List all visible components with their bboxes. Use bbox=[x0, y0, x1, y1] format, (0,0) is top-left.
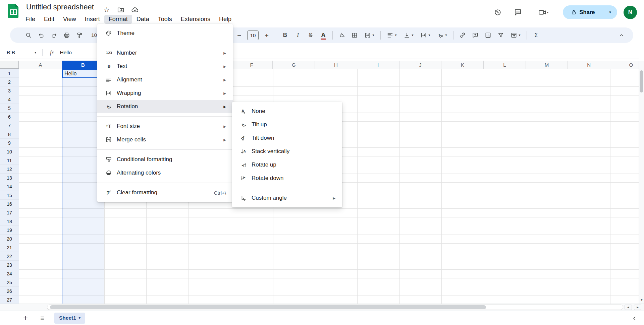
rotation-submenu-item-tilt-down[interactable]: ATilt down bbox=[232, 131, 342, 145]
print-icon[interactable] bbox=[60, 28, 73, 42]
comments-icon[interactable] bbox=[511, 5, 525, 20]
star-icon[interactable]: ☆ bbox=[102, 5, 112, 14]
menubar-item-tools[interactable]: Tools bbox=[154, 15, 176, 24]
search-icon[interactable] bbox=[22, 28, 35, 42]
scroll-right-icon[interactable]: ► bbox=[634, 305, 641, 310]
row-header-22[interactable]: 22 bbox=[0, 252, 19, 261]
document-title[interactable]: Untitled spreadsheet bbox=[26, 3, 94, 11]
menubar-item-help[interactable]: Help bbox=[215, 15, 236, 24]
row-header-11[interactable]: 11 bbox=[0, 156, 19, 165]
text-color-icon[interactable]: A bbox=[317, 28, 330, 42]
row-header-25[interactable]: 25 bbox=[0, 278, 19, 287]
menubar-item-view[interactable]: View bbox=[59, 15, 80, 24]
create-filter-icon[interactable] bbox=[494, 28, 507, 42]
italic-icon[interactable]: I bbox=[291, 28, 304, 42]
functions-icon[interactable]: Σ bbox=[530, 28, 542, 42]
format-menu-item-font-size[interactable]: TTFont size▶ bbox=[97, 120, 233, 133]
format-menu-item-alternating-colors[interactable]: Alternating colors bbox=[97, 166, 233, 180]
scroll-left-icon[interactable]: ◄ bbox=[625, 305, 632, 310]
horizontal-scrollbar[interactable]: ◄ ► bbox=[0, 304, 644, 311]
horizontal-scrollbar-track[interactable] bbox=[47, 305, 623, 310]
column-header-a[interactable]: A bbox=[19, 61, 62, 69]
sheet-tab-sheet1[interactable]: Sheet1 ▾ bbox=[54, 313, 85, 324]
name-box[interactable]: B:B ▾ bbox=[0, 46, 36, 59]
move-folder-icon[interactable] bbox=[116, 5, 126, 14]
format-menu-item-text[interactable]: BText▶ bbox=[97, 60, 233, 73]
column-header-n[interactable]: N bbox=[568, 61, 610, 69]
bold-icon[interactable]: B bbox=[279, 28, 291, 42]
column-header-m[interactable]: M bbox=[526, 61, 568, 69]
font-size-input[interactable]: 10 bbox=[247, 30, 259, 40]
row-header-3[interactable]: 3 bbox=[0, 86, 19, 95]
increase-font-size-icon[interactable]: + bbox=[260, 28, 273, 42]
paint-format-icon[interactable] bbox=[73, 28, 86, 42]
format-menu-item-rotation[interactable]: ARotation▶ bbox=[97, 100, 233, 113]
row-header-6[interactable]: 6 bbox=[0, 113, 19, 121]
collapse-panel-icon[interactable] bbox=[629, 312, 641, 324]
horizontal-align-icon[interactable]: ▾ bbox=[383, 28, 400, 42]
row-header-18[interactable]: 18 bbox=[0, 217, 19, 226]
vertical-align-icon[interactable]: ▾ bbox=[400, 28, 417, 42]
row-header-5[interactable]: 5 bbox=[0, 104, 19, 113]
rotation-submenu-item-custom-angle[interactable]: Custom angle▶ bbox=[232, 191, 342, 205]
table-views-icon[interactable]: ▾ bbox=[507, 28, 524, 42]
merge-cells-icon[interactable]: ▾ bbox=[361, 28, 378, 42]
column-header-j[interactable]: J bbox=[399, 61, 442, 69]
fill-color-icon[interactable] bbox=[335, 28, 348, 42]
row-header-14[interactable]: 14 bbox=[0, 182, 19, 191]
format-menu-item-number[interactable]: 123Number▶ bbox=[97, 46, 233, 60]
format-menu-item-theme[interactable]: Theme bbox=[97, 26, 233, 40]
version-history-icon[interactable] bbox=[490, 5, 505, 20]
cloud-saved-icon[interactable] bbox=[130, 5, 140, 14]
column-header-i[interactable]: I bbox=[357, 61, 399, 69]
row-header-20[interactable]: 20 bbox=[0, 235, 19, 243]
formula-input[interactable]: Hello bbox=[60, 50, 72, 56]
rotation-submenu-item-rotate-up[interactable]: ARotate up bbox=[232, 158, 342, 172]
sheets-logo-icon[interactable] bbox=[7, 4, 19, 18]
row-header-12[interactable]: 12 bbox=[0, 165, 19, 174]
all-sheets-icon[interactable]: ≡ bbox=[36, 312, 48, 324]
row-header-26[interactable]: 26 bbox=[0, 287, 19, 296]
row-header-24[interactable]: 24 bbox=[0, 269, 19, 278]
row-header-2[interactable]: 2 bbox=[0, 78, 19, 86]
row-header-16[interactable]: 16 bbox=[0, 200, 19, 208]
menubar-item-format[interactable]: Format bbox=[104, 15, 132, 24]
insert-chart-icon[interactable] bbox=[482, 28, 494, 42]
share-main[interactable]: Share bbox=[563, 5, 603, 19]
row-header-27[interactable]: 27 bbox=[0, 296, 19, 304]
insert-link-icon[interactable] bbox=[456, 28, 469, 42]
horizontal-scrollbar-thumb[interactable] bbox=[50, 305, 486, 309]
row-header-9[interactable]: 9 bbox=[0, 139, 19, 147]
text-rotation-icon[interactable]: A▾ bbox=[434, 28, 450, 42]
menubar-item-data[interactable]: Data bbox=[132, 15, 154, 24]
insert-comment-icon[interactable] bbox=[469, 28, 482, 42]
row-header-8[interactable]: 8 bbox=[0, 130, 19, 139]
row-header-10[interactable]: 10 bbox=[0, 147, 19, 156]
redo-icon[interactable] bbox=[48, 28, 60, 42]
format-menu-item-alignment[interactable]: Alignment▶ bbox=[97, 73, 233, 86]
decrease-font-size-icon[interactable]: − bbox=[233, 28, 246, 42]
strikethrough-icon[interactable]: S bbox=[304, 28, 317, 42]
row-header-23[interactable]: 23 bbox=[0, 261, 19, 269]
row-header-1[interactable]: 1 bbox=[0, 69, 19, 78]
menubar-item-edit[interactable]: Edit bbox=[40, 15, 59, 24]
column-header-f[interactable]: F bbox=[231, 61, 273, 69]
select-all-corner[interactable] bbox=[0, 61, 19, 69]
menubar-item-file[interactable]: File bbox=[21, 15, 40, 24]
share-dropdown-icon[interactable]: ▾ bbox=[603, 5, 617, 19]
format-menu-item-merge-cells[interactable]: Merge cells▶ bbox=[97, 133, 233, 146]
row-header-17[interactable]: 17 bbox=[0, 208, 19, 217]
format-menu-item-conditional-formatting[interactable]: Conditional formatting bbox=[97, 153, 233, 166]
column-header-o[interactable]: O bbox=[610, 61, 639, 69]
menubar-item-extensions[interactable]: Extensions bbox=[176, 15, 215, 24]
add-sheet-icon[interactable]: + bbox=[19, 312, 32, 324]
column-header-g[interactable]: G bbox=[273, 61, 315, 69]
rotation-submenu-item-none[interactable]: ANone bbox=[232, 105, 342, 118]
scroll-down-icon[interactable]: ▼ bbox=[639, 297, 644, 303]
column-header-k[interactable]: K bbox=[441, 61, 484, 69]
account-avatar[interactable]: N bbox=[624, 6, 637, 19]
vertical-scrollbar-thumb[interactable] bbox=[640, 70, 643, 92]
borders-icon[interactable] bbox=[348, 28, 361, 42]
format-menu-item-wrapping[interactable]: Wrapping▶ bbox=[97, 86, 233, 100]
rotation-submenu-item-tilt-up[interactable]: ATilt up bbox=[232, 118, 342, 131]
